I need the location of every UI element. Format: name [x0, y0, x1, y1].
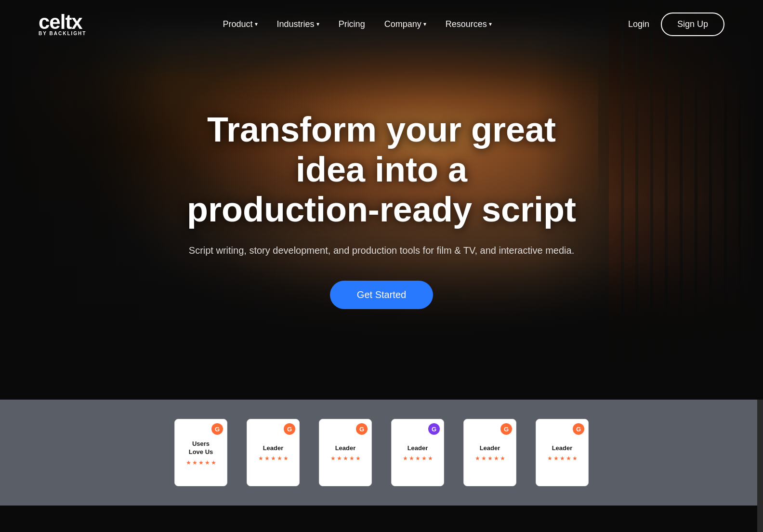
nav-item-product[interactable]: Product ▾: [215, 15, 265, 33]
hero-content: Transform your great idea into a product…: [165, 110, 598, 309]
badge-title: Leader: [480, 444, 500, 453]
badge-title: Leader: [335, 444, 356, 453]
badge-stars: ★★★★★: [547, 455, 578, 462]
badge-leader-1: G Leader ★★★★★: [247, 419, 300, 486]
nav-link-resources[interactable]: Resources ▾: [438, 15, 500, 33]
badge-stars: ★★★★★: [475, 455, 505, 462]
nav-actions: Login Sign Up: [628, 13, 724, 36]
nav-link-industries[interactable]: Industries ▾: [269, 15, 327, 33]
badge-stars: ★★★★★: [330, 455, 361, 462]
badge-leader-5: G Leader ★★★★★: [536, 419, 589, 486]
hero-subtitle: Script writing, story development, and p…: [184, 243, 579, 258]
nav-links: Product ▾ Industries ▾ Pricing Company ▾…: [215, 15, 500, 33]
nav-link-pricing[interactable]: Pricing: [331, 15, 373, 33]
badge-users-love-us: G UsersLove Us ★★★★★: [174, 419, 227, 486]
g2-logo-icon: G: [573, 423, 584, 435]
nav-item-industries[interactable]: Industries ▾: [269, 15, 327, 33]
badge-stars: ★★★★★: [186, 459, 216, 466]
g2-logo-icon: G: [211, 423, 223, 435]
badge-leader-3: G Leader ★★★★★: [391, 419, 444, 486]
badge-stars: ★★★★★: [403, 455, 433, 462]
navbar: celtx BY BACKLIGHT Product ▾ Industries …: [0, 0, 763, 48]
badge-title: Leader: [408, 444, 428, 453]
nav-item-resources[interactable]: Resources ▾: [438, 15, 500, 33]
hero-section: Transform your great idea into a product…: [0, 0, 763, 400]
signup-button[interactable]: Sign Up: [661, 13, 724, 36]
chevron-down-icon: ▾: [255, 21, 258, 27]
chevron-down-icon: ▾: [489, 21, 492, 27]
badge-leader-4: G Leader ★★★★★: [463, 419, 516, 486]
logo-name: celtx: [39, 12, 86, 32]
nav-link-product[interactable]: Product ▾: [215, 15, 265, 33]
nav-link-company[interactable]: Company ▾: [377, 15, 434, 33]
chevron-down-icon: ▾: [316, 21, 319, 27]
logo-subtitle: BY BACKLIGHT: [39, 31, 86, 36]
nav-item-company[interactable]: Company ▾: [377, 15, 434, 33]
nav-item-pricing[interactable]: Pricing: [331, 15, 373, 33]
badge-title: UsersLove Us: [189, 440, 213, 456]
chevron-down-icon: ▾: [423, 21, 426, 27]
logo[interactable]: celtx BY BACKLIGHT: [39, 12, 86, 36]
badge-leader-2: G Leader ★★★★★: [319, 419, 372, 486]
login-button[interactable]: Login: [628, 19, 649, 29]
hero-title: Transform your great idea into a product…: [184, 110, 579, 229]
g2-logo-icon: G: [500, 423, 512, 435]
badge-stars: ★★★★★: [258, 455, 289, 462]
g2-logo-purple-icon: G: [428, 423, 440, 435]
badge-title: Leader: [263, 444, 284, 453]
badges-section: G UsersLove Us ★★★★★ G Leader ★★★★★ G Le…: [0, 400, 763, 506]
g2-logo-icon: G: [284, 423, 295, 435]
get-started-button[interactable]: Get Started: [330, 281, 433, 309]
g2-logo-icon: G: [356, 423, 368, 435]
badge-title: Leader: [552, 444, 573, 453]
